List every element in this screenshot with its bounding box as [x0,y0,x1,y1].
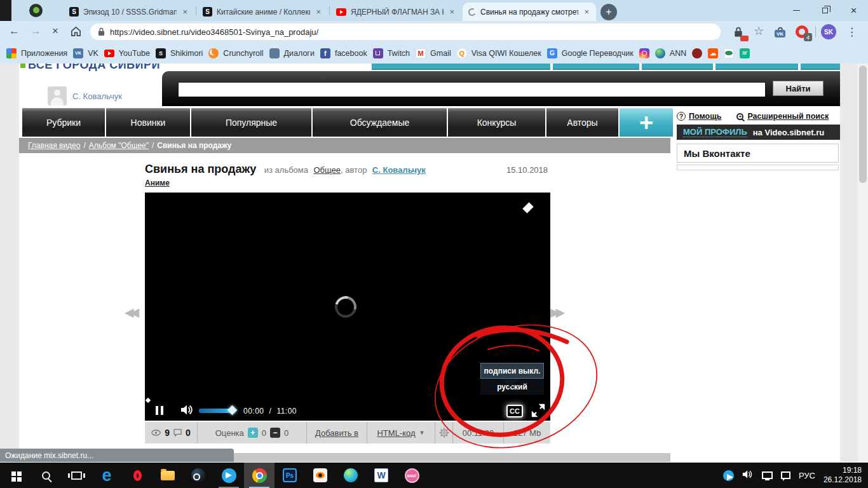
breadcrumb-album-link[interactable]: Альбом "Общее" [89,141,149,150]
add-video-button[interactable]: + [620,108,673,137]
next-video-icon[interactable]: ▶▶ [550,305,561,320]
bookmark-vk[interactable]: VK VK [73,48,98,58]
nav-populyarnye[interactable]: Популярные [191,108,311,137]
ann-globe-icon [655,48,665,58]
site-search-input[interactable] [178,82,766,97]
taskbar-search[interactable] [31,463,61,488]
profile-avatar[interactable]: SK [821,24,836,39]
notifications-tray-icon[interactable] [781,471,790,479]
start-button[interactable] [0,463,31,488]
minimize-button[interactable] [782,0,811,21]
tab-close-icon[interactable]: × [448,7,456,17]
new-tab-button[interactable]: + [600,4,617,20]
prev-video-icon[interactable]: ◀◀ [125,305,135,320]
taskbar-eye-app[interactable] [305,463,336,488]
bookmark-dialogi[interactable]: Диалоги [269,48,315,58]
help-link[interactable]: ?Помощь [677,112,721,121]
bookmark-instagram[interactable] [639,48,649,58]
task-view-button[interactable] [61,463,92,488]
close-window-button[interactable]: × [839,0,868,21]
category-link[interactable]: Аниме [145,179,170,187]
rutracker-extension-icon[interactable]: 4 [794,24,810,39]
breadcrumb-separator: / [83,141,85,150]
html-code-link[interactable]: HTML-код [377,428,415,438]
subtitles-cc-button[interactable]: CC [506,405,523,417]
pause-button[interactable] [156,406,163,415]
author-link[interactable]: С. Ковальчук [372,165,426,175]
bookmark-youtube[interactable]: YouTube [104,49,150,58]
taskbar-mediaget[interactable] [336,463,366,488]
nav-avtory[interactable]: Авторы [546,108,618,137]
pause-bar [156,406,158,415]
nav-rubriki[interactable]: Рубрики [22,108,105,137]
bookmark-gmail[interactable]: M Gmail [416,48,451,58]
file-size: 127 Mb [513,428,541,438]
bookmark-shikimori[interactable]: S Shikimori [156,48,203,58]
bookmark-gtranslate[interactable]: G Google Переводчик [547,48,634,58]
vote-down-button[interactable]: − [270,428,280,438]
tab-sibnet-active[interactable]: Свинья на продажу смотреть а × [463,3,596,21]
html-code-segment: HTML-код ▼ [367,422,435,444]
taskbar-steam[interactable] [183,463,214,488]
toolbar-divider [815,26,816,37]
bookmark-ann[interactable]: ANN [655,48,686,58]
user-avatar[interactable] [48,86,67,105]
tab-close-icon[interactable]: × [315,7,322,17]
fullscreen-icon[interactable] [531,403,546,421]
gear-icon[interactable] [439,428,449,438]
chrome-menu-icon[interactable]: ⋮ [846,25,857,39]
volume-icon[interactable] [180,404,194,418]
stop-icon[interactable]: × [52,25,58,37]
bookmark-anilist[interactable] [692,48,702,58]
tabbar-circle-icon[interactable] [29,4,43,17]
bookmark-twitch[interactable]: Twitch [373,48,410,58]
bookmark-soundcloud[interactable]: ☁ [708,48,718,58]
clock[interactable]: 19:18 26.12.2018 [824,466,862,485]
subtitle-option-off[interactable]: подписи выкл. [480,363,544,379]
add-to-link[interactable]: Добавить в [315,428,358,438]
language-indicator[interactable]: РУС [799,471,815,480]
tab-close-icon[interactable]: × [583,7,590,17]
taskbar-edge[interactable]: e [92,463,122,488]
bookmark-eye-site[interactable] [724,48,734,58]
taskbar-osu[interactable]: osu! [397,463,427,488]
taskbar-chrome[interactable] [244,463,275,488]
scrollbar-thumb[interactable] [859,65,867,183]
restore-button[interactable] [811,0,839,21]
bookmark-zg[interactable]: ЗГ [740,48,750,58]
search-submit-button[interactable]: Найти [773,81,824,96]
tab-shikimori-episode[interactable]: S Эпизод 10 / SSSS.Gridman / Ани × [64,3,194,21]
user-name-link[interactable]: С. Ковальчук [72,92,122,101]
bookmark-qiwi[interactable]: Q Visa QIWI Кошелек [457,48,541,58]
adblock-extension-icon[interactable] [731,24,746,39]
taskbar-opera[interactable] [122,463,153,488]
vk-extension-icon[interactable]: VK [773,24,788,39]
network-tray-icon[interactable] [762,471,773,479]
nav-konkursy[interactable]: Конкурсы [448,108,545,137]
taskbar-photoshop[interactable]: Ps [275,463,305,488]
advanced-search-link[interactable]: +Расширенный поиск [736,112,829,121]
bookmark-star-icon[interactable]: ☆ [754,24,764,38]
tab-youtube[interactable]: ЯДЕРНЫЙ ФЛАГМАН ЗА КОПЕЙ × [330,3,461,21]
taskbar-word[interactable]: W [366,463,397,488]
bookmark-crunchyroll[interactable]: Crunchyroll [208,48,263,58]
nav-novinki[interactable]: Новинки [106,108,190,137]
forward-icon[interactable]: → [31,25,41,37]
bookmark-apps[interactable]: Приложения [6,48,67,58]
breadcrumb-home-link[interactable]: Главная видео [28,141,80,150]
address-bar[interactable]: https://video.sibnet.ru/video3468501-Svi… [90,24,721,40]
taskbar-telegram[interactable] [214,463,244,488]
bookmark-facebook[interactable]: f facebook [320,48,367,58]
tab-close-icon[interactable]: × [181,7,189,17]
tab-shikimori-collections[interactable]: S Китайские аниме / Коллекции / × [197,3,328,21]
taskbar-explorer[interactable] [153,463,183,488]
my-profile-link[interactable]: МОЙ ПРОФИЛЬ [683,127,747,137]
back-icon[interactable]: ← [9,25,20,37]
youtube-icon [104,50,114,57]
volume-tray-icon[interactable] [742,470,754,482]
nav-obsuzhdaemye[interactable]: Обсуждаемые [313,108,447,137]
album-link[interactable]: Общее [313,165,341,175]
home-icon[interactable] [70,25,82,40]
tray-telegram-icon[interactable] [723,470,734,481]
vote-up-button[interactable]: + [248,428,258,438]
